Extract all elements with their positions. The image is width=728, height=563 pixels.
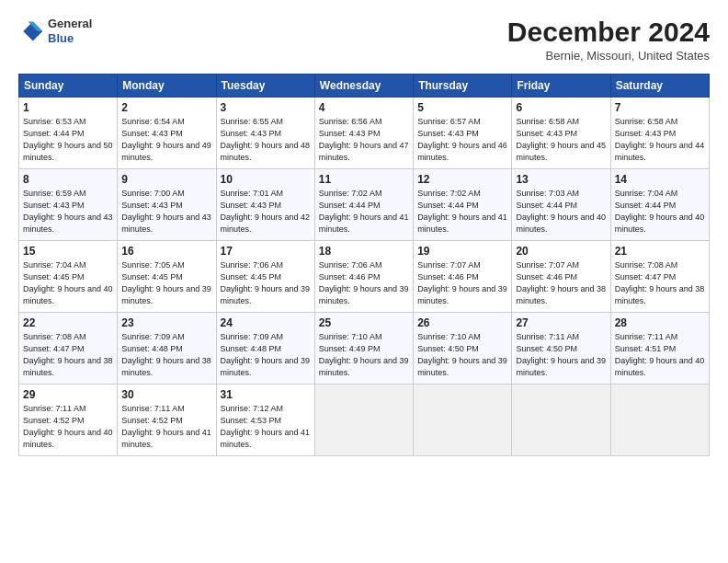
- calendar-cell: 11Sunrise: 7:02 AMSunset: 4:44 PMDayligh…: [314, 169, 413, 241]
- day-info: Sunrise: 7:07 AMSunset: 4:46 PMDaylight:…: [516, 259, 606, 307]
- calendar-cell: 17Sunrise: 7:06 AMSunset: 4:45 PMDayligh…: [216, 241, 314, 313]
- day-number: 2: [121, 101, 211, 114]
- calendar-page: General Blue December 2024 Bernie, Misso…: [0, 0, 728, 563]
- day-info: Sunrise: 7:02 AMSunset: 4:44 PMDaylight:…: [319, 188, 409, 236]
- day-number: 4: [319, 101, 409, 114]
- calendar-cell: 5Sunrise: 6:57 AMSunset: 4:43 PMDaylight…: [414, 98, 512, 169]
- logo: General Blue: [18, 17, 92, 45]
- calendar-cell: 31Sunrise: 7:12 AMSunset: 4:53 PMDayligh…: [216, 385, 314, 456]
- col-tuesday: Tuesday: [216, 75, 314, 98]
- day-number: 13: [516, 173, 606, 186]
- day-number: 16: [121, 245, 211, 258]
- week-row-3: 15Sunrise: 7:04 AMSunset: 4:45 PMDayligh…: [19, 241, 710, 313]
- calendar-cell: 1Sunrise: 6:53 AMSunset: 4:44 PMDaylight…: [19, 98, 118, 169]
- day-info: Sunrise: 6:59 AMSunset: 4:43 PMDaylight:…: [23, 188, 113, 236]
- day-info: Sunrise: 7:04 AMSunset: 4:45 PMDaylight:…: [23, 259, 113, 307]
- day-number: 27: [516, 316, 606, 329]
- calendar-cell: 27Sunrise: 7:11 AMSunset: 4:50 PMDayligh…: [512, 313, 610, 385]
- calendar-cell: 20Sunrise: 7:07 AMSunset: 4:46 PMDayligh…: [512, 241, 610, 313]
- day-info: Sunrise: 7:09 AMSunset: 4:48 PMDaylight:…: [221, 331, 311, 379]
- day-number: 21: [615, 245, 705, 258]
- col-saturday: Saturday: [610, 75, 709, 98]
- page-header: General Blue December 2024 Bernie, Misso…: [18, 17, 710, 63]
- day-info: Sunrise: 6:57 AMSunset: 4:43 PMDaylight:…: [417, 116, 507, 164]
- calendar-cell: [314, 385, 413, 456]
- logo-blue: Blue: [48, 31, 92, 46]
- calendar-body: 1Sunrise: 6:53 AMSunset: 4:44 PMDaylight…: [19, 98, 710, 456]
- col-thursday: Thursday: [414, 75, 512, 98]
- day-info: Sunrise: 6:58 AMSunset: 4:43 PMDaylight:…: [516, 116, 606, 164]
- calendar-cell: 16Sunrise: 7:05 AMSunset: 4:45 PMDayligh…: [118, 241, 216, 313]
- day-number: 25: [319, 316, 409, 329]
- logo-icon: [18, 18, 44, 44]
- title-block: December 2024 Bernie, Missouri, United S…: [507, 17, 710, 63]
- calendar-cell: [610, 385, 709, 456]
- day-info: Sunrise: 7:11 AMSunset: 4:51 PMDaylight:…: [615, 331, 705, 379]
- calendar-cell: 2Sunrise: 6:54 AMSunset: 4:43 PMDaylight…: [118, 98, 216, 169]
- day-number: 26: [417, 316, 507, 329]
- col-friday: Friday: [512, 75, 610, 98]
- col-wednesday: Wednesday: [314, 75, 413, 98]
- day-info: Sunrise: 7:11 AMSunset: 4:52 PMDaylight:…: [23, 403, 113, 451]
- logo-text: General Blue: [48, 17, 92, 45]
- calendar-cell: 10Sunrise: 7:01 AMSunset: 4:43 PMDayligh…: [216, 169, 314, 241]
- day-number: 14: [615, 173, 705, 186]
- calendar-cell: 18Sunrise: 7:06 AMSunset: 4:46 PMDayligh…: [314, 241, 413, 313]
- day-info: Sunrise: 7:10 AMSunset: 4:50 PMDaylight:…: [417, 331, 507, 379]
- day-info: Sunrise: 7:06 AMSunset: 4:45 PMDaylight:…: [221, 259, 311, 307]
- calendar-cell: 23Sunrise: 7:09 AMSunset: 4:48 PMDayligh…: [118, 313, 216, 385]
- day-info: Sunrise: 7:11 AMSunset: 4:50 PMDaylight:…: [516, 331, 606, 379]
- calendar-cell: [512, 385, 610, 456]
- day-info: Sunrise: 7:09 AMSunset: 4:48 PMDaylight:…: [121, 331, 211, 379]
- day-info: Sunrise: 7:11 AMSunset: 4:52 PMDaylight:…: [121, 403, 211, 451]
- day-info: Sunrise: 7:04 AMSunset: 4:44 PMDaylight:…: [615, 188, 705, 236]
- day-info: Sunrise: 7:08 AMSunset: 4:47 PMDaylight:…: [615, 259, 705, 307]
- day-number: 30: [121, 388, 211, 401]
- day-number: 5: [417, 101, 507, 114]
- day-number: 19: [417, 245, 507, 258]
- week-row-1: 1Sunrise: 6:53 AMSunset: 4:44 PMDaylight…: [19, 98, 710, 169]
- day-info: Sunrise: 7:03 AMSunset: 4:44 PMDaylight:…: [516, 188, 606, 236]
- day-number: 17: [221, 245, 311, 258]
- week-row-4: 22Sunrise: 7:08 AMSunset: 4:47 PMDayligh…: [19, 313, 710, 385]
- calendar-cell: 7Sunrise: 6:58 AMSunset: 4:43 PMDaylight…: [610, 98, 709, 169]
- calendar-cell: 15Sunrise: 7:04 AMSunset: 4:45 PMDayligh…: [19, 241, 118, 313]
- calendar-cell: 21Sunrise: 7:08 AMSunset: 4:47 PMDayligh…: [610, 241, 709, 313]
- day-number: 11: [319, 173, 409, 186]
- day-number: 18: [319, 245, 409, 258]
- calendar-cell: 8Sunrise: 6:59 AMSunset: 4:43 PMDaylight…: [19, 169, 118, 241]
- day-info: Sunrise: 7:02 AMSunset: 4:44 PMDaylight:…: [417, 188, 507, 236]
- day-info: Sunrise: 6:56 AMSunset: 4:43 PMDaylight:…: [319, 116, 409, 164]
- col-sunday: Sunday: [19, 75, 118, 98]
- day-info: Sunrise: 6:55 AMSunset: 4:43 PMDaylight:…: [221, 116, 311, 164]
- calendar-cell: 28Sunrise: 7:11 AMSunset: 4:51 PMDayligh…: [610, 313, 709, 385]
- day-number: 15: [23, 245, 113, 258]
- calendar-cell: 3Sunrise: 6:55 AMSunset: 4:43 PMDaylight…: [216, 98, 314, 169]
- day-info: Sunrise: 7:07 AMSunset: 4:46 PMDaylight:…: [417, 259, 507, 307]
- calendar-cell: 22Sunrise: 7:08 AMSunset: 4:47 PMDayligh…: [19, 313, 118, 385]
- day-number: 20: [516, 245, 606, 258]
- calendar-cell: 9Sunrise: 7:00 AMSunset: 4:43 PMDaylight…: [118, 169, 216, 241]
- day-number: 29: [23, 388, 113, 401]
- day-info: Sunrise: 7:06 AMSunset: 4:46 PMDaylight:…: [319, 259, 409, 307]
- day-info: Sunrise: 6:58 AMSunset: 4:43 PMDaylight:…: [615, 116, 705, 164]
- calendar-cell: 26Sunrise: 7:10 AMSunset: 4:50 PMDayligh…: [414, 313, 512, 385]
- day-info: Sunrise: 7:05 AMSunset: 4:45 PMDaylight:…: [121, 259, 211, 307]
- day-info: Sunrise: 7:12 AMSunset: 4:53 PMDaylight:…: [221, 403, 311, 451]
- calendar-cell: 12Sunrise: 7:02 AMSunset: 4:44 PMDayligh…: [414, 169, 512, 241]
- calendar-cell: 14Sunrise: 7:04 AMSunset: 4:44 PMDayligh…: [610, 169, 709, 241]
- calendar-cell: [414, 385, 512, 456]
- day-number: 31: [221, 388, 311, 401]
- day-number: 9: [121, 173, 211, 186]
- day-number: 1: [23, 101, 113, 114]
- week-row-5: 29Sunrise: 7:11 AMSunset: 4:52 PMDayligh…: [19, 385, 710, 456]
- day-info: Sunrise: 7:00 AMSunset: 4:43 PMDaylight:…: [121, 188, 211, 236]
- day-info: Sunrise: 6:54 AMSunset: 4:43 PMDaylight:…: [121, 116, 211, 164]
- month-title: December 2024: [507, 17, 710, 47]
- calendar-cell: 19Sunrise: 7:07 AMSunset: 4:46 PMDayligh…: [414, 241, 512, 313]
- day-number: 6: [516, 101, 606, 114]
- day-number: 7: [615, 101, 705, 114]
- day-number: 3: [221, 101, 311, 114]
- logo-general: General: [48, 17, 92, 31]
- calendar-cell: 4Sunrise: 6:56 AMSunset: 4:43 PMDaylight…: [314, 98, 413, 169]
